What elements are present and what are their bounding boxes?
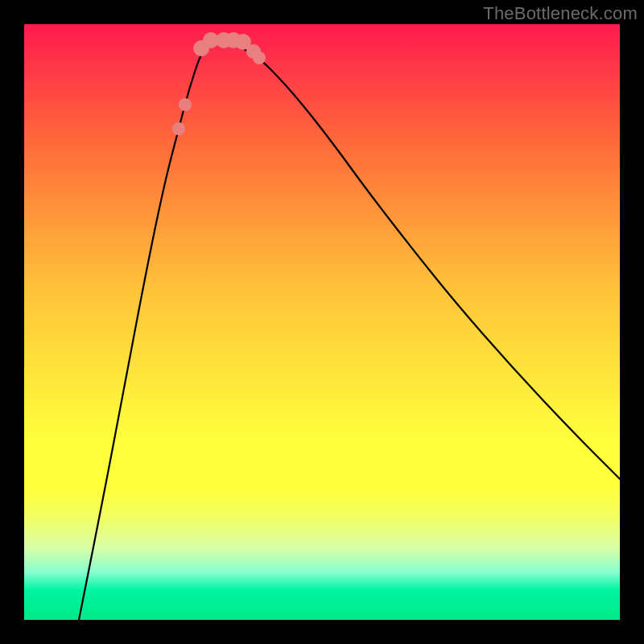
bottleneck-curve <box>79 40 620 620</box>
curve-layer <box>24 24 620 620</box>
data-point <box>172 122 185 135</box>
outer-frame: TheBottleneck.com <box>0 0 644 644</box>
data-point <box>253 52 266 64</box>
plot-area <box>24 24 620 620</box>
marker-group <box>172 32 266 135</box>
watermark-text: TheBottleneck.com <box>483 3 638 24</box>
data-point <box>179 98 192 111</box>
